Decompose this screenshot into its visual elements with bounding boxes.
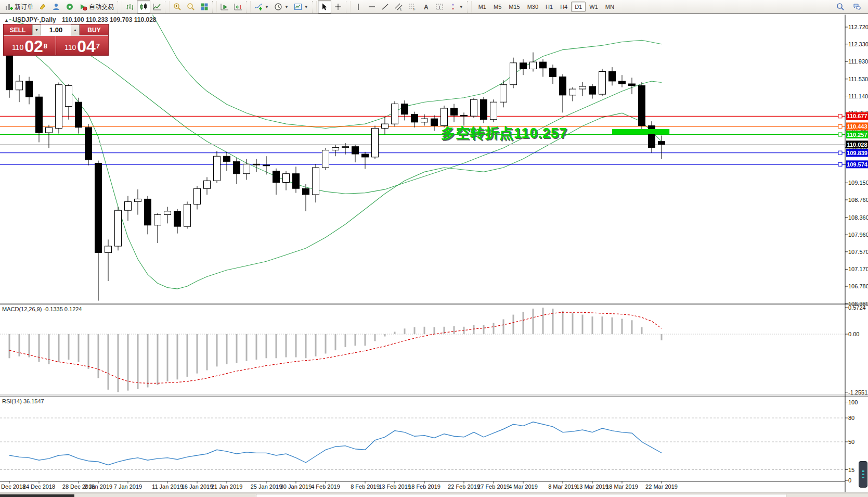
- toolbar-fibonacci-button[interactable]: F: [406, 0, 419, 14]
- toolbar-indicators-button[interactable]: ▼: [252, 0, 271, 14]
- svg-text:22 Mar 2019: 22 Mar 2019: [645, 483, 678, 490]
- svg-text:18 Mar 2019: 18 Mar 2019: [606, 483, 638, 490]
- timeframe-MN-button[interactable]: MN: [602, 2, 618, 12]
- chat-icon: [853, 3, 861, 11]
- volume-increase-button[interactable]: ▲: [71, 24, 80, 35]
- svg-text:A: A: [424, 4, 429, 11]
- template-icon: [294, 3, 302, 11]
- toolbar-chart-shift-button[interactable]: [231, 0, 245, 14]
- toolbar-templates-button[interactable]: ▼: [291, 0, 311, 14]
- toolbar-text-label-button[interactable]: T: [433, 0, 446, 14]
- timeframe-M5-button[interactable]: M5: [490, 2, 505, 12]
- candles-layer[interactable]: [6, 42, 665, 301]
- chevron-down-icon: ▼: [265, 5, 269, 9]
- svg-text:18 Feb 2019: 18 Feb 2019: [408, 483, 441, 490]
- toolbar-community-button[interactable]: [49, 0, 63, 14]
- buy-price-prefix: 110: [64, 41, 76, 54]
- buy-button[interactable]: BUY: [80, 24, 108, 35]
- toolbar-separator: [118, 1, 122, 12]
- status-dark-segment: [0, 494, 74, 497]
- toolbar-equidistant-channel-button[interactable]: E: [392, 0, 406, 14]
- timeframe-M30-button[interactable]: M30: [524, 2, 542, 12]
- svg-text:0: 0: [848, 477, 851, 483]
- svg-text:15: 15: [848, 467, 854, 473]
- cursor-icon: [320, 3, 329, 11]
- textA-icon: A: [422, 3, 430, 11]
- volume-input[interactable]: [41, 24, 71, 35]
- sell-price-pip: 8: [44, 36, 47, 57]
- toolbar-crosshair-button[interactable]: [331, 0, 345, 14]
- toolbar-trendline-button[interactable]: [379, 0, 392, 14]
- svg-text:E: E: [400, 7, 403, 11]
- svg-text:T: T: [438, 5, 441, 10]
- svg-text:80: 80: [848, 415, 854, 421]
- toolbar-separator: [312, 1, 317, 12]
- toolbar-cursor-button[interactable]: [318, 0, 331, 14]
- svg-text:27 Feb 2019: 27 Feb 2019: [477, 483, 510, 490]
- side-scroll-handle[interactable]: [859, 461, 867, 488]
- timeframe-toolbar: M1M5M15M30H1H4D1W1MN: [475, 2, 618, 12]
- timeframe-D1-button[interactable]: D1: [571, 2, 586, 12]
- sell-button[interactable]: SELL: [4, 24, 32, 35]
- toolbar-separator: [165, 1, 170, 12]
- sell-price-button[interactable]: 110 02 8: [4, 36, 56, 55]
- toolbar-candles-chart-button[interactable]: [137, 0, 150, 14]
- svg-text:21 Jan 2019: 21 Jan 2019: [211, 483, 243, 490]
- sell-price-main: 02: [24, 39, 43, 54]
- toolbar-auto-trading-button[interactable]: 自动交易: [76, 0, 116, 14]
- svg-text:110.257: 110.257: [847, 132, 867, 138]
- svg-text:111.930: 111.930: [848, 58, 868, 65]
- toolbar-new-order-label: 新订单: [15, 3, 33, 11]
- collapse-one-click-icon[interactable]: ▲: [4, 18, 9, 23]
- one-click-trading-panel: SELL ▼ ▲ BUY 110 02 8 110 04 7: [3, 24, 109, 56]
- toolbar-periods-button[interactable]: ▼: [271, 0, 291, 14]
- toolbar-vertical-line-button[interactable]: [352, 0, 365, 14]
- buy-price-button[interactable]: 110 04 7: [56, 36, 108, 55]
- hline-handle: [838, 162, 842, 166]
- svg-text:109.839: 109.839: [847, 150, 867, 156]
- horizontal-scrollbar[interactable]: [256, 494, 786, 497]
- timeframe-H4-button[interactable]: H4: [556, 2, 571, 12]
- buy-price-pip: 7: [96, 36, 100, 57]
- rsi-panel: 1008050150: [0, 399, 858, 484]
- rsi-label: RSI(14) 36.1547: [2, 398, 44, 404]
- volume-decrease-button[interactable]: ▼: [32, 24, 41, 35]
- hline-handle: [838, 124, 842, 128]
- timeframe-M15-button[interactable]: M15: [505, 2, 523, 12]
- toolbar-alerts-button[interactable]: [63, 0, 76, 14]
- highlight-bar[interactable]: [612, 129, 669, 134]
- toolbar-auto-scroll-button[interactable]: [218, 0, 231, 14]
- toolbar-zoom-out-button[interactable]: [184, 0, 198, 14]
- labelT-icon: T: [435, 3, 444, 11]
- svg-text:8 Feb 2019: 8 Feb 2019: [351, 483, 380, 490]
- timeframe-W1-button[interactable]: W1: [586, 2, 602, 12]
- autoscroll-icon: [221, 3, 229, 11]
- bars-icon: [126, 3, 134, 11]
- timeframe-M1-button[interactable]: M1: [475, 2, 490, 12]
- svg-text:2 Jan 2019: 2 Jan 2019: [84, 483, 112, 490]
- volume-stepper: ▼ ▲: [32, 24, 80, 35]
- ohlc-values: 110.100 110.233 109.703 110.028: [62, 16, 157, 23]
- svg-text:112.720: 112.720: [848, 24, 868, 30]
- cross-icon: [334, 3, 342, 11]
- price-chart[interactable]: 112.720112.330111.930111.530111.140110.7…: [0, 15, 868, 493]
- toolbar-chat-button[interactable]: [850, 0, 864, 14]
- toolbar-zoom-in-button[interactable]: [171, 0, 184, 14]
- toolbar-text-button[interactable]: A: [419, 0, 433, 14]
- buy-price-main: 04: [77, 39, 96, 54]
- toolbar-tile-windows-button[interactable]: [198, 0, 211, 14]
- toolbar-arrows-button[interactable]: ▼: [446, 0, 466, 14]
- panel-separators[interactable]: [0, 303, 868, 397]
- toolbar-horizontal-line-button[interactable]: [365, 0, 379, 14]
- symbol-period-label: USDJPY-,Daily: [12, 16, 56, 23]
- toolbar-line-chart-button[interactable]: [150, 0, 164, 14]
- toolbar-styler-button[interactable]: [36, 0, 49, 14]
- toolbar-bars-chart-button[interactable]: [123, 0, 137, 14]
- toolbar-new-order-button[interactable]: 新订单: [2, 0, 36, 14]
- tline-icon: [381, 3, 390, 11]
- toolbar-search-button[interactable]: [834, 0, 847, 14]
- timeframe-H1-button[interactable]: H1: [542, 2, 556, 12]
- svg-text:16 Jan 2019: 16 Jan 2019: [182, 483, 213, 490]
- chart-text-annotation[interactable]: 多空转折点110.257: [441, 124, 567, 143]
- hline-handle: [838, 114, 842, 118]
